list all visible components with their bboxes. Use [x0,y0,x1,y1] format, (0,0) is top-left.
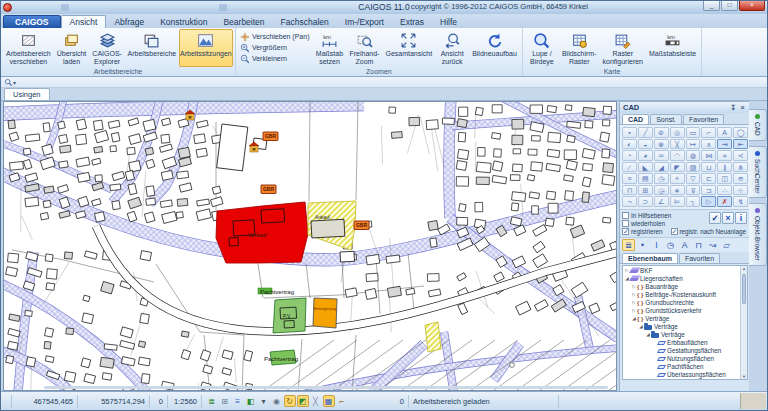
cad-tool-cell[interactable]: ◷ [654,173,669,184]
maximize-button[interactable]: □ [721,1,738,11]
map-viewport[interactable]: VerkaufAnkaufEnteignungP.V.PachtvertragP… [3,101,617,391]
cad-tool-cell[interactable]: ◯ [733,127,748,138]
button-zoom-out[interactable]: Verkleinern [240,53,310,64]
cad-tool-cell[interactable]: ≃ [654,150,669,161]
map-scrollbar[interactable] [44,386,608,389]
layer-tab-ebenenbaum[interactable]: Ebenenbaum [622,253,678,263]
quick-access-icon[interactable] [61,4,69,11]
app-button-caigos[interactable]: CAIGOS [3,15,61,28]
menu-tab-ansicht[interactable]: Ansicht [61,15,107,28]
cad-tool-cell[interactable]: ▷ [701,196,716,207]
menu-tab-imexport[interactable]: Im-/Export [337,16,392,28]
tree-item-nutzungsflächen[interactable]: Nutzungsflächen [624,355,739,363]
button-freehand-zoom[interactable]: Freihand- Zoom [346,29,382,67]
map-tab-usingen[interactable]: Usingen [4,88,50,100]
cad-tool-cell[interactable]: ⋈ [701,150,716,161]
cad-tool-cell[interactable]: ▭ [686,127,701,138]
panel-close-icon[interactable]: × [738,104,747,111]
cad-tool-cell[interactable]: ↦ [686,139,701,150]
cad-tool-cell[interactable]: ╳ [670,139,685,150]
map-tag-gbr[interactable]: GBR [263,132,278,141]
cad-tool-cell[interactable]: ◎ [670,127,685,138]
cad-tool-cell[interactable]: ⊘ [654,127,669,138]
layer-list-icon[interactable]: ≣ [206,395,218,407]
line-tool[interactable]: I [650,239,663,251]
cad-tool-cell[interactable]: ┐ [686,196,701,207]
cad-tool-cell[interactable]: ▽ [686,173,701,184]
grid-toggle-icon[interactable]: ▦ [323,395,335,407]
checkbox[interactable] [622,212,629,219]
resize-grip[interactable] [740,393,766,409]
cad-tool-cell[interactable]: ¬ [622,196,637,207]
cad-tool-cell[interactable]: ▨ [686,162,701,173]
side-tab-suchcenter[interactable]: SuchCenter [749,146,767,198]
cad-tool-cell[interactable]: ∝ [717,150,732,161]
tree-item-überlassungsflächen[interactable]: Überlassungsflächen [624,371,739,379]
cad-tool-cell[interactable]: ◠ [670,150,685,161]
tree-item-bauanträge[interactable]: ▷{ }Bauanträge [624,283,739,291]
cad-tool-cell[interactable]: ⊓ [622,185,637,196]
cad-tool-cell[interactable]: ▤ [638,173,653,184]
cad-tool-cell[interactable]: ⊏ [701,173,716,184]
panel-tab-favoriten[interactable]: Favoriten [683,114,724,124]
cad-tool-cell[interactable]: ▪ [622,127,637,138]
tree-item-beiträgekostenauskunft[interactable]: ▷{ }Beiträge-/Kostenauskunft [624,291,739,299]
tree-item-verträge[interactable]: ◢Verträge [624,323,739,331]
cancel-button[interactable]: × [722,212,734,224]
map-tag-gbr[interactable]: GBR [354,221,369,230]
cad-tool-cell[interactable]: ✗ [717,196,732,207]
tree-item-gestattungsflächen[interactable]: Gestattungsflächen [624,347,739,355]
button-view-back[interactable]: Ansicht zurück [435,29,469,67]
cad-tool-cell[interactable]: ≺ [733,150,748,161]
button-workspaces[interactable]: Arbeitsbereiche [125,29,179,67]
cad-tool-cell[interactable]: A [717,127,732,138]
refresh-mode-icon[interactable]: ↻ [284,395,296,407]
apply-button[interactable]: ✓ [709,212,721,224]
cad-tool-cell[interactable]: ╱ [638,127,653,138]
cad-tool-cell[interactable]: ∕ [622,162,637,173]
button-zoom-in[interactable]: Vergrößern [240,42,310,53]
layers-tool[interactable]: ≣ [622,239,635,251]
tree-item-grundstücksverkehr[interactable]: ▷{ }Grundstücksverkehr [624,307,739,315]
cad-tool-cell[interactable]: ◫ [717,173,732,184]
cad-tool-cell[interactable]: ⊗ [654,139,669,150]
cad-tool-cell[interactable]: ◐ [622,139,637,150]
node-edit-icon[interactable]: ◧ [245,395,257,407]
cross-snap-icon[interactable]: ╳ [310,395,322,407]
tree-item-grundbuchrechte[interactable]: ▷{ }Grundbuchrechte [624,299,739,307]
cad-tool-cell[interactable]: ◢ [654,162,669,173]
cad-tool-cell[interactable]: ∴ [717,185,732,196]
tree-item-liegenschaften[interactable]: ◢Liegenschaften [624,275,739,283]
polyline-tool[interactable]: ↝ [706,239,719,251]
minimize-button[interactable]: _ [703,1,720,11]
button-grid-config[interactable]: Raster konfigurieren [600,29,646,67]
menu-tab-bearbeiten[interactable]: Bearbeiten [215,16,272,28]
line-style-icon[interactable]: ≡ [232,395,244,407]
panel-tab-sonst[interactable]: Sonst. [650,114,682,124]
cad-tool-cell[interactable]: ⌐ [701,127,716,138]
cad-tool-cell[interactable]: ◍ [686,150,701,161]
enteignung-parcel[interactable] [313,298,337,328]
button-explorer[interactable]: CAIGOS- Explorer [89,29,125,67]
tree-item-erbbauflächen[interactable]: Erbbauflächen [624,339,739,347]
button-scale-set[interactable]: kmMaßstab setzen [312,29,346,67]
menu-tab-abfrage[interactable]: Abfrage [106,16,152,28]
menu-tab-extras[interactable]: Extras [392,16,432,28]
cad-tool-cell[interactable]: ⊐ [701,185,716,196]
menu-tab-fachschalen[interactable]: Fachschalen [273,16,337,28]
panel-tab-cad[interactable]: CAD [622,114,649,124]
area-select-icon[interactable]: ◩ [297,395,309,407]
quick-access-icon[interactable] [219,4,227,11]
cad-tool-cell[interactable]: ⇤ [733,139,748,150]
cad-tool-cell[interactable]: ⊨ [670,196,685,207]
tree-item-verträge[interactable]: ◢{ }Verträge [624,315,739,323]
point-tool[interactable]: • [636,239,649,251]
tree-scrollbar[interactable]: ▲▼ [740,266,747,379]
checkbox[interactable]: ✓ [671,228,678,235]
pin-icon[interactable]: ↧ [729,104,738,112]
polygon-tool[interactable]: ▱ [720,239,733,251]
cad-tool-cell[interactable]: ≡ [622,173,637,184]
side-tab-cad[interactable]: CAD [749,109,767,141]
cad-tool-cell[interactable]: ◣ [638,162,653,173]
map-tag-gbr[interactable]: GBR [261,185,276,194]
